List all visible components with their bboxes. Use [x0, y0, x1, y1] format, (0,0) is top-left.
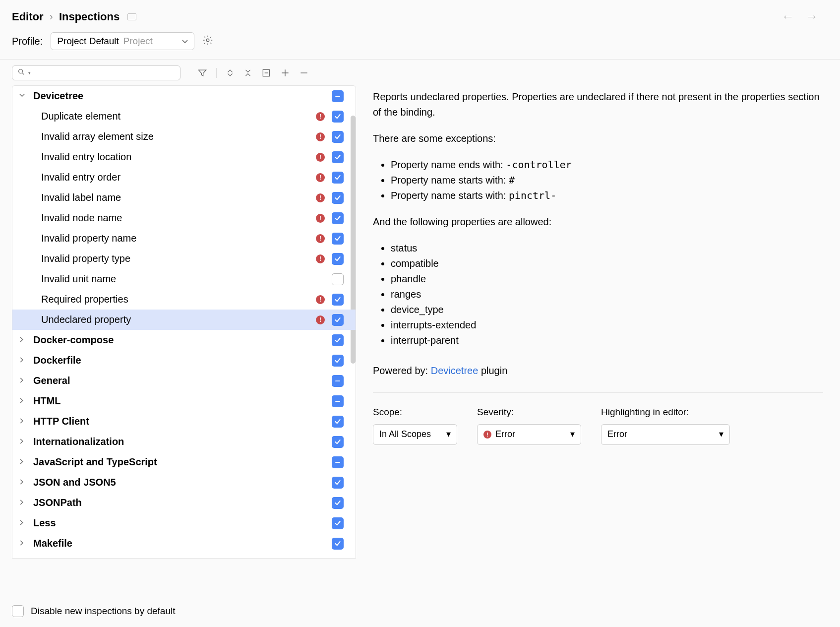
- list-item: Property name starts with: #: [391, 173, 823, 188]
- filter-icon[interactable]: [195, 66, 209, 80]
- search-history-chevron-icon[interactable]: ▾: [28, 70, 31, 75]
- chevron-right-icon[interactable]: [17, 459, 26, 466]
- disable-new-inspections-checkbox[interactable]: [12, 605, 24, 617]
- inspection-checkbox[interactable]: [332, 334, 344, 346]
- tree-item[interactable]: Invalid property type: [12, 249, 356, 269]
- tree-group-label: HTML: [33, 395, 332, 407]
- chevron-down-icon[interactable]: [17, 93, 26, 100]
- chevron-right-icon[interactable]: [17, 540, 26, 547]
- tree-group[interactable]: Devicetree: [12, 86, 356, 106]
- inspection-checkbox[interactable]: [332, 294, 344, 306]
- scope-select[interactable]: In All Scopes ▾: [373, 424, 457, 445]
- inspection-checkbox[interactable]: [332, 111, 344, 123]
- tree-group[interactable]: JavaScript and TypeScript: [12, 452, 356, 472]
- chevron-right-icon[interactable]: [17, 520, 26, 527]
- collapse-all-icon[interactable]: [241, 66, 254, 79]
- tree-item[interactable]: Invalid entry location: [12, 147, 356, 167]
- tree-item-label: Invalid property name: [12, 233, 316, 244]
- nav-back-icon[interactable]: ←: [781, 9, 794, 24]
- tree-item[interactable]: Invalid array element size: [12, 126, 356, 147]
- inspection-tree[interactable]: DevicetreeDuplicate elementInvalid array…: [12, 85, 356, 559]
- tree-item[interactable]: Invalid node name: [12, 208, 356, 228]
- inspection-checkbox[interactable]: [332, 212, 344, 224]
- inspection-checkbox[interactable]: [332, 131, 344, 143]
- error-icon: [316, 315, 325, 324]
- profile-select[interactable]: Project Default Project: [51, 32, 194, 50]
- chevron-down-icon: ▾: [446, 428, 451, 441]
- tree-group[interactable]: HTML: [12, 391, 356, 411]
- tree-item[interactable]: Invalid label name: [12, 188, 356, 208]
- tree-item[interactable]: Required properties: [12, 289, 356, 310]
- tree-item-label: Duplicate element: [12, 111, 316, 122]
- inspection-checkbox[interactable]: [332, 273, 344, 285]
- tree-item[interactable]: Invalid property name: [12, 228, 356, 249]
- chevron-right-icon[interactable]: [17, 377, 26, 384]
- remove-icon[interactable]: [297, 66, 311, 80]
- detail-exceptions-intro: There are some exceptions:: [373, 131, 823, 146]
- tree-group[interactable]: Docker-compose: [12, 330, 356, 350]
- highlighting-select[interactable]: Error ▾: [601, 424, 730, 445]
- chevron-right-icon[interactable]: [17, 439, 26, 445]
- chevron-right-icon[interactable]: [17, 418, 26, 425]
- gear-icon[interactable]: [202, 35, 213, 48]
- tree-group[interactable]: JSONPath: [12, 493, 356, 513]
- nav-forward-icon[interactable]: →: [805, 9, 818, 24]
- tree-group[interactable]: HTTP Client: [12, 411, 356, 432]
- inspection-checkbox[interactable]: [332, 456, 344, 468]
- chevron-right-icon[interactable]: [17, 479, 26, 486]
- inspection-checkbox[interactable]: [332, 253, 344, 265]
- error-icon: [316, 132, 325, 141]
- list-item: status: [391, 241, 823, 256]
- inspection-checkbox[interactable]: [332, 497, 344, 509]
- tree-item-label: Invalid entry order: [12, 172, 316, 183]
- inspection-checkbox[interactable]: [332, 538, 344, 550]
- breadcrumb-current: Inspections: [59, 10, 120, 23]
- tree-group[interactable]: Internationalization: [12, 432, 356, 452]
- inspection-checkbox[interactable]: [332, 90, 344, 102]
- chevron-right-icon[interactable]: [17, 398, 26, 405]
- tree-group[interactable]: Makefile: [12, 533, 356, 554]
- tree-item-label: Invalid array element size: [12, 131, 316, 142]
- severity-select[interactable]: Error ▾: [477, 424, 581, 445]
- list-item: ranges: [391, 287, 823, 302]
- list-item: interrupts-extended: [391, 317, 823, 333]
- breadcrumb-parent[interactable]: Editor: [12, 10, 44, 23]
- inspection-checkbox[interactable]: [332, 314, 344, 326]
- tree-group[interactable]: General: [12, 371, 356, 391]
- inspection-checkbox[interactable]: [332, 395, 344, 407]
- error-icon: [316, 193, 325, 202]
- tree-group[interactable]: Less: [12, 513, 356, 533]
- plugin-link[interactable]: Devicetree: [431, 365, 479, 376]
- inspection-checkbox[interactable]: [332, 172, 344, 184]
- inspection-checkbox[interactable]: [332, 517, 344, 529]
- expand-all-icon[interactable]: [224, 66, 237, 79]
- tree-item[interactable]: Invalid unit name: [12, 269, 356, 289]
- inspection-checkbox[interactable]: [332, 233, 344, 245]
- inspection-checkbox[interactable]: [332, 355, 344, 367]
- tree-group[interactable]: JSON and JSON5: [12, 472, 356, 493]
- add-icon[interactable]: [278, 66, 292, 80]
- error-icon: [316, 254, 325, 263]
- tree-item[interactable]: Duplicate element: [12, 106, 356, 126]
- reset-icon[interactable]: [259, 66, 273, 80]
- tree-item[interactable]: Invalid entry order: [12, 167, 356, 188]
- error-icon: [316, 214, 325, 223]
- chevron-right-icon[interactable]: [17, 357, 26, 364]
- list-item: phandle: [391, 271, 823, 287]
- inspection-checkbox[interactable]: [332, 151, 344, 163]
- chevron-right-icon[interactable]: [17, 337, 26, 344]
- inspection-checkbox[interactable]: [332, 192, 344, 204]
- inspection-checkbox[interactable]: [332, 375, 344, 387]
- list-item: device_type: [391, 302, 823, 317]
- tree-item[interactable]: Undeclared property: [12, 310, 356, 330]
- inspection-checkbox[interactable]: [332, 436, 344, 448]
- inspection-checkbox[interactable]: [332, 416, 344, 428]
- tree-group[interactable]: Dockerfile: [12, 350, 356, 371]
- scope-label: Scope:: [373, 405, 457, 419]
- chevron-right-icon[interactable]: [17, 500, 26, 506]
- inspection-checkbox[interactable]: [332, 477, 344, 489]
- severity-label: Severity:: [477, 405, 581, 419]
- reset-pane-icon[interactable]: [127, 13, 136, 20]
- highlighting-label: Highlighting in editor:: [601, 405, 730, 419]
- search-input[interactable]: ▾: [12, 65, 180, 80]
